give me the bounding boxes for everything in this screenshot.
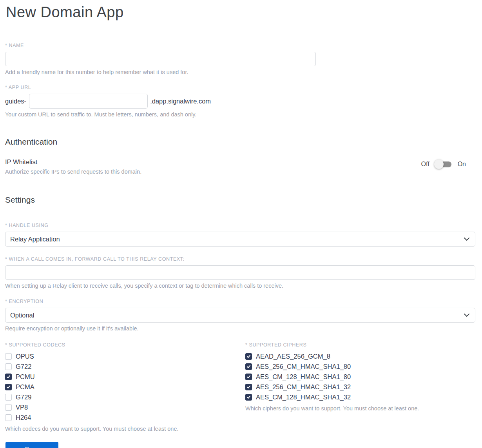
checkbox-label: G722: [16, 363, 31, 370]
supported-ciphers-group: * SUPPORTED CIPHERS AEAD_AES_256_GCM_8AE…: [245, 342, 475, 432]
name-label: * NAME: [5, 43, 475, 48]
checkbox-label: VP8: [16, 404, 28, 411]
checkbox-unchecked-icon[interactable]: [5, 394, 12, 401]
checkbox-checked-icon[interactable]: [245, 384, 252, 390]
app-url-prefix: guides-: [5, 98, 26, 105]
codecs-help-text: Which codecs do you want to support. You…: [5, 426, 245, 432]
checkbox-item-pcma[interactable]: PCMA: [5, 382, 245, 392]
encryption-selected-value: Optional: [10, 312, 34, 319]
checkbox-item-aes_cm_128_hmac_sha1_80[interactable]: AES_CM_128_HMAC_SHA1_80: [245, 372, 475, 382]
checkbox-label: AEAD_AES_256_GCM_8: [256, 353, 330, 360]
chevron-down-icon: [464, 314, 469, 317]
checkbox-label: AES_CM_128_HMAC_SHA1_32: [256, 394, 351, 401]
checkbox-item-g722[interactable]: G722: [5, 361, 245, 372]
app-url-suffix: .dapp.signalwire.com: [150, 98, 211, 105]
relay-context-field-group: * WHEN A CALL COMES IN, FORWARD CALL TO …: [5, 256, 475, 289]
checkbox-item-g729[interactable]: G729: [5, 392, 245, 402]
checkbox-checked-icon[interactable]: [5, 384, 12, 390]
checkbox-item-pcmu[interactable]: PCMU: [5, 372, 245, 382]
checkbox-unchecked-icon[interactable]: [5, 404, 12, 411]
app-url-field-group: * APP URL guides- .dapp.signalwire.com Y…: [5, 85, 475, 118]
handle-using-label: * HANDLE USING: [5, 223, 475, 228]
ip-whitelist-row: IP Whitelist Authorize specific IPs to s…: [5, 158, 475, 175]
supported-codecs-group: * SUPPORTED CODECS OPUSG722PCMUPCMAG729V…: [5, 342, 245, 432]
checkbox-item-h264[interactable]: H264: [5, 412, 245, 423]
supported-codecs-label: * SUPPORTED CODECS: [5, 342, 245, 348]
name-input[interactable]: [5, 52, 316, 66]
checkbox-label: G729: [16, 394, 31, 401]
checkbox-unchecked-icon[interactable]: [5, 414, 12, 421]
checkbox-unchecked-icon[interactable]: [5, 363, 12, 370]
authentication-heading: Authentication: [5, 137, 475, 147]
settings-heading: Settings: [5, 195, 475, 205]
encryption-field-group: * ENCRYPTION Optional Require encryption…: [5, 299, 475, 332]
page-title: New Domain App: [6, 4, 475, 21]
name-help-text: Add a friendly name for this number to h…: [5, 69, 475, 75]
chevron-down-icon: [464, 238, 469, 241]
toggle-off-label: Off: [421, 161, 429, 168]
new-domain-app-page: New Domain App * NAME Add a friendly nam…: [0, 0, 482, 448]
relay-context-label: * WHEN A CALL COMES IN, FORWARD CALL TO …: [5, 256, 475, 262]
checkbox-label: OPUS: [16, 353, 34, 360]
checkbox-checked-icon[interactable]: [245, 353, 252, 360]
ip-whitelist-toggle[interactable]: [436, 161, 451, 167]
handle-using-select[interactable]: Relay Application: [5, 232, 475, 247]
checkbox-checked-icon[interactable]: [245, 394, 252, 401]
save-button[interactable]: Save: [5, 442, 58, 448]
checkbox-item-aes_cm_128_hmac_sha1_32[interactable]: AES_CM_128_HMAC_SHA1_32: [245, 392, 475, 402]
name-field-group: * NAME Add a friendly name for this numb…: [5, 43, 475, 75]
checkbox-unchecked-icon[interactable]: [5, 353, 12, 360]
checkbox-item-vp8[interactable]: VP8: [5, 402, 245, 412]
ip-whitelist-text: IP Whitelist Authorize specific IPs to s…: [5, 158, 141, 175]
ip-whitelist-toggle-group: Off On: [421, 161, 466, 168]
relay-context-help-text: When setting up a Relay client to receiv…: [5, 283, 475, 289]
checkbox-checked-icon[interactable]: [5, 374, 12, 380]
ciphers-help-text: Which ciphers do you want to support. Yo…: [245, 405, 475, 412]
relay-context-input[interactable]: [5, 265, 475, 280]
checkbox-item-aes_256_cm_hmac_sha1_32[interactable]: AES_256_CM_HMAC_SHA1_32: [245, 382, 475, 392]
checkbox-checked-icon[interactable]: [245, 374, 252, 380]
ip-whitelist-help-text: Authorize specific IPs to send requests …: [5, 169, 141, 175]
app-url-label: * APP URL: [5, 85, 475, 90]
encryption-label: * ENCRYPTION: [5, 299, 475, 304]
checkbox-label: PCMA: [16, 383, 34, 391]
checkbox-checked-icon[interactable]: [245, 363, 252, 370]
codecs-checkbox-list: OPUSG722PCMUPCMAG729VP8H264: [5, 351, 245, 423]
codecs-ciphers-section: * SUPPORTED CODECS OPUSG722PCMUPCMAG729V…: [5, 342, 475, 432]
toggle-knob[interactable]: [434, 160, 444, 169]
app-url-input[interactable]: [29, 94, 148, 109]
checkbox-label: AES_CM_128_HMAC_SHA1_80: [256, 373, 351, 381]
ciphers-checkbox-list: AEAD_AES_256_GCM_8AES_256_CM_HMAC_SHA1_8…: [245, 351, 475, 402]
checkbox-item-aes_256_cm_hmac_sha1_80[interactable]: AES_256_CM_HMAC_SHA1_80: [245, 361, 475, 372]
checkbox-label: AES_256_CM_HMAC_SHA1_80: [256, 363, 351, 370]
encryption-select[interactable]: Optional: [5, 308, 475, 323]
app-url-row: guides- .dapp.signalwire.com: [5, 94, 475, 109]
app-url-help-text: Your custom URL to send traffic to. Must…: [5, 111, 475, 118]
handle-using-selected-value: Relay Application: [10, 236, 60, 243]
toggle-on-label: On: [458, 161, 466, 168]
checkbox-label: PCMU: [16, 373, 35, 381]
checkbox-item-aead_aes_256_gcm_8[interactable]: AEAD_AES_256_GCM_8: [245, 351, 475, 361]
supported-ciphers-label: * SUPPORTED CIPHERS: [245, 342, 475, 348]
ip-whitelist-label: IP Whitelist: [5, 158, 141, 166]
checkbox-item-opus[interactable]: OPUS: [5, 351, 245, 361]
encryption-help-text: Require encryption or optionally use it …: [5, 325, 475, 332]
handle-using-field-group: * HANDLE USING Relay Application: [5, 223, 475, 247]
checkbox-label: AES_256_CM_HMAC_SHA1_32: [256, 383, 351, 391]
checkbox-label: H264: [16, 414, 31, 421]
